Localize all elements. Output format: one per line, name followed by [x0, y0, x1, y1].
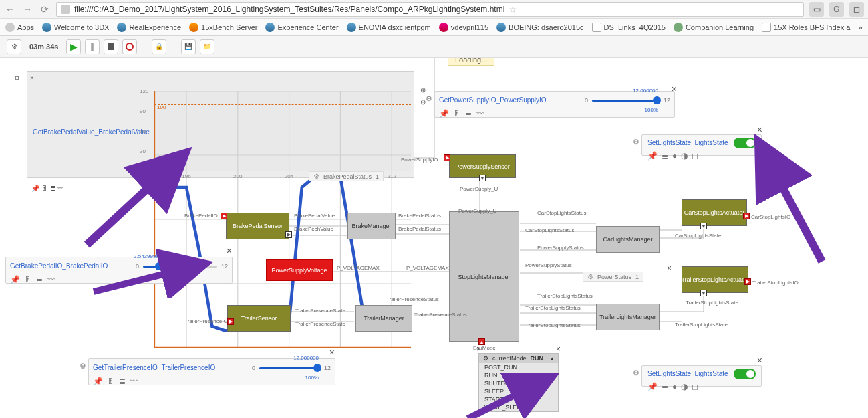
bookmark-item[interactable]: vdevpril115 — [439, 23, 488, 32]
trailer-presence-slider[interactable]: 12.000000 100% — [259, 362, 320, 374]
tune-icon[interactable]: 🎚 — [24, 275, 32, 284]
gear-icon[interactable]: ⚙ — [633, 138, 639, 146]
port-output[interactable]: ▼ — [700, 290, 707, 296]
line-icon[interactable]: 〰 — [476, 109, 484, 118]
stop-button[interactable] — [104, 39, 118, 54]
port-output[interactable]: ▶ — [285, 231, 292, 238]
bookmark-item[interactable]: DS_Links_4Q2015 — [592, 23, 666, 32]
dropdown-option[interactable]: WAKE_SLEEP — [479, 403, 558, 411]
dropdown-option[interactable]: RUN — [479, 371, 558, 379]
folder-button[interactable]: 📁 — [200, 39, 214, 54]
ext-g-icon[interactable]: G — [829, 2, 844, 17]
bookmark-item[interactable]: 15xBench Server — [189, 23, 257, 32]
dot-icon[interactable]: ● — [672, 382, 677, 391]
block-trailer-sensor[interactable]: TrailerSensor — [227, 305, 291, 332]
pin-icon[interactable]: 📌 — [647, 382, 658, 391]
list-icon[interactable]: ≣ — [36, 275, 43, 284]
list-icon[interactable]: ≣ — [662, 151, 668, 161]
line-icon[interactable]: 〰 — [57, 185, 63, 192]
block-brake-manager[interactable]: BrakeManager — [347, 213, 396, 239]
ext-square-icon[interactable]: ◻ — [849, 2, 864, 17]
block-stop-lights-manager[interactable]: StopLightsManager — [449, 211, 519, 342]
gear-icon[interactable]: ⚙ — [14, 74, 20, 82]
block-brake-pedal-sensor[interactable]: BrakePedalSensor — [226, 213, 289, 239]
bookmark-item[interactable]: Experience Center — [265, 23, 338, 32]
block-car-lights-manager[interactable]: CarLightsManager — [596, 226, 660, 253]
close-icon[interactable]: × — [329, 347, 335, 358]
zoom-in-icon[interactable]: ⊕ — [420, 86, 426, 94]
current-mode-dropdown[interactable]: × × ⚙ currentMode RUN ▴ POST_RUNRUNSHUTD… — [478, 353, 559, 412]
zoom-out-icon[interactable]: ⊖ — [420, 98, 426, 106]
record-button[interactable] — [122, 39, 137, 54]
tune-icon[interactable]: 🎚 — [107, 377, 115, 386]
gear-button[interactable]: ⚙ — [7, 39, 21, 54]
port-input[interactable]: ▶ — [227, 318, 234, 325]
play-button[interactable]: ▶ — [66, 39, 81, 54]
bookmark-item[interactable]: 15X Roles BFS Index a — [762, 23, 850, 32]
gear-icon[interactable]: ⚙ — [313, 173, 319, 180]
line-icon[interactable]: 〰 — [47, 275, 55, 284]
list-icon[interactable]: ≣ — [119, 377, 126, 386]
pin-icon[interactable]: 📌 — [10, 275, 20, 284]
nav-back-button[interactable]: ← — [4, 3, 16, 15]
block-trailer-lights-manager[interactable]: TrailerLightsManager — [596, 304, 660, 330]
block-car-stop-lights-actuator[interactable]: CarStopLightsActuator — [682, 199, 747, 226]
dropdown-option[interactable]: STARTUP — [479, 395, 558, 403]
chevron-right-icon[interactable]: » — [858, 23, 862, 31]
port-output[interactable]: ▼ — [479, 175, 486, 181]
port-output[interactable]: ▶ — [744, 278, 751, 285]
block-trailer-manager[interactable]: TrailerManager — [355, 305, 412, 332]
dropdown-option[interactable]: SLEEP — [479, 387, 558, 395]
line-icon[interactable]: 〰 — [130, 377, 138, 386]
list-icon[interactable]: ≣ — [662, 382, 668, 391]
gear-icon[interactable]: ⚙ — [483, 355, 488, 362]
port-output[interactable]: ▶ — [743, 213, 750, 219]
tune-icon[interactable]: 🎚 — [453, 109, 461, 118]
close-icon[interactable]: × — [227, 245, 232, 256]
list-icon[interactable]: ≣ — [465, 109, 472, 118]
pin-icon[interactable]: 📌 — [439, 109, 449, 118]
close-icon[interactable]: × — [476, 344, 481, 354]
port-input[interactable]: ▶ — [221, 213, 227, 219]
pause-button[interactable]: ∥ — [85, 39, 100, 54]
gear-icon[interactable]: ⚙ — [587, 273, 593, 280]
bookmark-item[interactable]: Welcome to 3DX — [42, 23, 109, 32]
port-input[interactable]: ▶ — [444, 154, 450, 161]
close-icon[interactable]: × — [556, 344, 561, 354]
block-trailer-stop-lights-actuator[interactable]: TrailerStopLightsActuator — [682, 266, 748, 293]
apps-button[interactable]: Apps — [5, 23, 34, 32]
eye-icon[interactable]: ◑ — [681, 151, 688, 161]
address-bar[interactable]: file:/// C:/AB_Demo_2017/LightSystem_201… — [56, 2, 804, 17]
nav-reload-button[interactable]: ⟳ — [39, 3, 51, 15]
devtools-icon[interactable]: ▭ — [809, 2, 824, 17]
chevron-up-icon[interactable]: ▴ — [551, 355, 554, 362]
diagram-canvas[interactable]: Loading... ⚙ × ⊕ ⊖ GetBrakePedalValue_Br… — [0, 58, 868, 418]
close-icon[interactable]: × — [757, 355, 762, 366]
block-power-supply-voltage[interactable]: PowerSupplyVoltage — [266, 259, 333, 281]
lights-state-toggle[interactable] — [734, 138, 756, 148]
nav-forward-button[interactable]: → — [21, 3, 33, 15]
dropdown-option[interactable]: SHUTDOWN — [479, 379, 558, 387]
close-icon[interactable]: × — [667, 264, 672, 273]
dot-icon[interactable]: ● — [672, 151, 677, 161]
dropdown-option[interactable]: POST_RUN — [479, 363, 558, 371]
lights-state-toggle[interactable] — [734, 369, 756, 379]
bookmark-item[interactable]: RealExperience — [117, 23, 181, 32]
gear-icon[interactable]: ⚙ — [80, 362, 86, 371]
power-supply-slider[interactable]: 12.000000 100% — [592, 94, 660, 106]
bookmark-item[interactable]: ENOVIA dsxclientpgm — [347, 23, 431, 32]
brake-pedal-io-slider[interactable]: 2.54399999999995 21.2% — [143, 260, 217, 272]
close-icon[interactable]: × — [757, 124, 762, 135]
square-icon[interactable]: ◻ — [692, 151, 698, 161]
gear-icon[interactable]: ⚙ — [426, 94, 432, 103]
eye-icon[interactable]: ◑ — [681, 382, 688, 391]
pin-icon[interactable]: 📌 — [31, 185, 39, 192]
pin-icon[interactable]: 📌 — [647, 151, 658, 161]
bookmark-item[interactable]: Companion Learning — [674, 23, 754, 32]
close-icon[interactable]: × — [30, 74, 411, 82]
close-icon[interactable]: × — [672, 84, 677, 94]
gear-icon[interactable]: ⚙ — [633, 369, 639, 377]
bookmark-star-icon[interactable]: ☆ — [509, 4, 517, 15]
square-icon[interactable]: ◻ — [692, 382, 698, 391]
save-button[interactable]: 💾 — [181, 39, 196, 54]
